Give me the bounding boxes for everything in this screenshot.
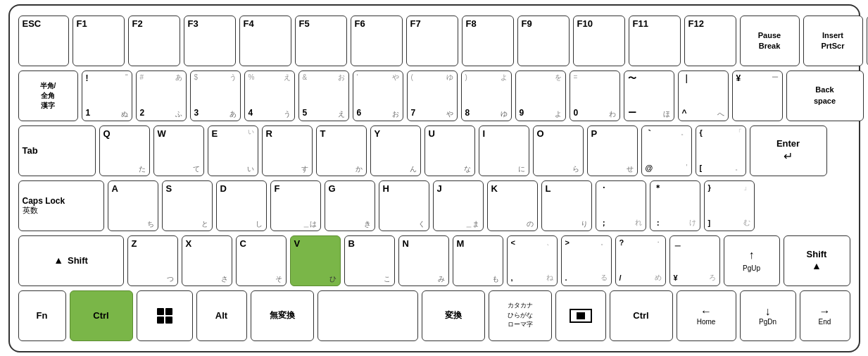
key-minus[interactable]: 〜 ー ほ [624, 70, 674, 121]
key-pgup[interactable]: ↑ PgUp [724, 235, 780, 286]
key-w[interactable]: W て [153, 125, 204, 176]
key-6[interactable]: ' や 6 お [353, 70, 403, 121]
key-d[interactable]: D し [216, 180, 267, 231]
key-end[interactable]: → End [800, 290, 850, 341]
key-colon[interactable]: ＊ ： け [650, 180, 700, 231]
key-pause[interactable]: PauseBreak [740, 16, 800, 66]
key-f[interactable]: F ＿は [270, 180, 321, 231]
key-f12[interactable]: F12 [684, 16, 736, 66]
key-p[interactable]: P せ [587, 125, 638, 176]
shift-row: ▲ Shift Z つ X さ C そ V ひ B こ N み M も [18, 235, 850, 286]
key-f5[interactable]: F5 [295, 16, 347, 66]
key-esc[interactable]: ESC [18, 16, 69, 66]
key-enter[interactable]: Enter ↵ [750, 125, 827, 176]
number-row: 半角/全角漢字 ! " 1 ぬ # あ 2 ふ [18, 70, 850, 121]
key-2[interactable]: # あ 2 ふ [136, 70, 187, 121]
key-left-shift[interactable]: ▲ Shift [18, 235, 124, 286]
key-windows[interactable] [137, 290, 193, 341]
key-o[interactable]: O ら [533, 125, 584, 176]
key-backslash[interactable]: ＿ ¥ ろ [669, 235, 720, 286]
key-slash[interactable]: ? ・ / め [615, 235, 666, 286]
caps-row: Caps Lock 英数 A ち S と D し F ＿は G き H く J [18, 180, 850, 231]
key-pgdn[interactable]: ↓ PgDn [740, 290, 796, 341]
bottom-row: Fn Ctrl Alt 無変換 変換 カタカナひらがなローマ字 [18, 290, 850, 341]
key-f10[interactable]: F10 [573, 16, 625, 66]
key-home[interactable]: ← Home [677, 290, 736, 341]
key-5[interactable]: & お 5 え [298, 70, 349, 121]
key-z[interactable]: Z つ [127, 235, 178, 286]
key-v[interactable]: V ひ [290, 235, 341, 286]
key-8[interactable]: ) よ 8 ゆ [461, 70, 512, 121]
key-j[interactable]: J ＿ま [433, 180, 484, 231]
key-3[interactable]: $ う 3 あ [190, 70, 241, 121]
key-bracket-close[interactable]: } 」 ] む [704, 180, 755, 231]
key-backspace[interactable]: Backspace [786, 70, 864, 121]
key-period[interactable]: > 。 . る [561, 235, 612, 286]
key-n[interactable]: N み [398, 235, 449, 286]
key-caps[interactable]: Caps Lock 英数 [18, 180, 104, 231]
key-9[interactable]: を 9 よ [515, 70, 566, 121]
windows-icon [157, 308, 172, 324]
key-right-shift[interactable]: Shift ▲ [784, 235, 850, 286]
fn-row: ESC F1 F2 F3 F4 F5 F6 F7 F8 F9 F10 F11 F… [18, 16, 850, 66]
key-l[interactable]: L り [541, 180, 592, 231]
key-c[interactable]: C そ [236, 235, 287, 286]
key-g[interactable]: G き [325, 180, 375, 231]
key-k[interactable]: K の [487, 180, 538, 231]
key-1[interactable]: ! " 1 ぬ [82, 70, 132, 121]
key-tab[interactable]: Tab [18, 125, 96, 176]
key-yen[interactable]: ¥ ー [732, 70, 783, 121]
key-muhenkan[interactable]: 無変換 [251, 290, 314, 341]
key-f11[interactable]: F11 [629, 16, 681, 66]
key-convert-icon[interactable] [555, 290, 606, 341]
key-comma[interactable]: < 、 , ね [507, 235, 558, 286]
key-t[interactable]: T か [316, 125, 367, 176]
key-henkan[interactable]: 変換 [422, 290, 485, 341]
key-x[interactable]: X さ [182, 235, 232, 286]
key-r[interactable]: R す [262, 125, 313, 176]
key-h[interactable]: H く [379, 180, 429, 231]
key-f2[interactable]: F2 [128, 16, 180, 66]
key-insert[interactable]: InsertPrtScr [803, 16, 863, 66]
key-f4[interactable]: F4 [239, 16, 291, 66]
key-f7[interactable]: F7 [406, 16, 458, 66]
tab-row: Tab Q た W て Eい い R す T か Y ん U な [18, 125, 850, 176]
key-b[interactable]: B こ [344, 235, 395, 286]
key-at[interactable]: ｀ 。 @ ' [641, 125, 692, 176]
key-alt[interactable]: Alt [196, 290, 247, 341]
key-fn[interactable]: Fn [18, 290, 66, 341]
key-space[interactable] [317, 290, 418, 341]
key-m[interactable]: M も [453, 235, 503, 286]
key-y[interactable]: Y ん [370, 125, 421, 176]
key-f9[interactable]: F9 [517, 16, 570, 66]
key-f6[interactable]: F6 [351, 16, 403, 66]
key-a[interactable]: A ち [108, 180, 158, 231]
key-e[interactable]: Eい い [208, 125, 258, 176]
key-u[interactable]: U な [424, 125, 475, 176]
key-bracket-open[interactable]: { 「 [ 。 [696, 125, 746, 176]
key-hankaku[interactable]: 半角/全角漢字 [18, 70, 78, 121]
keyboard: ESC F1 F2 F3 F4 F5 F6 F7 F8 F9 F10 F11 F… [8, 4, 860, 352]
key-semicolon[interactable]: ・ ； れ [596, 180, 646, 231]
key-right-ctrl[interactable]: Ctrl [610, 290, 673, 341]
key-left-ctrl[interactable]: Ctrl [70, 290, 133, 341]
key-7[interactable]: ( ゆ 7 や [407, 70, 458, 121]
key-f1[interactable]: F1 [73, 16, 125, 66]
key-s[interactable]: S と [162, 180, 213, 231]
key-f3[interactable]: F3 [184, 16, 236, 66]
key-caret[interactable]: ｜ ^ へ [678, 70, 729, 121]
key-kana[interactable]: カタカナひらがなローマ字 [489, 290, 552, 341]
key-i[interactable]: I に [479, 125, 529, 176]
key-q[interactable]: Q た [99, 125, 150, 176]
key-f8[interactable]: F8 [462, 16, 514, 66]
key-4[interactable]: % え 4 う [244, 70, 295, 121]
key-0[interactable]: = 0 わ [570, 70, 620, 121]
